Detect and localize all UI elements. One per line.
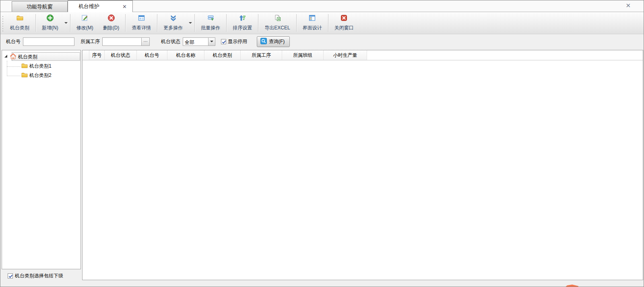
combobox-value: 全部 [183, 38, 208, 45]
close-window-icon [340, 14, 348, 23]
column-header-process[interactable]: 所属工序 [241, 50, 282, 60]
export-excel-icon [274, 14, 281, 23]
column-header-seq[interactable]: 序号 [89, 50, 105, 60]
tree-node-root[interactable]: 机台类别 [4, 53, 37, 61]
include-sublevel-label: 机台类别选择包括下级 [15, 273, 63, 279]
column-header-status[interactable]: 机台状态 [105, 50, 137, 60]
column-header-machine-no[interactable]: 机台号 [137, 50, 167, 60]
bottom-right-artifact [565, 285, 578, 287]
chevron-down-icon [210, 41, 213, 42]
button-label: 删除(D) [103, 25, 120, 31]
add-button[interactable]: 新增(N) [37, 12, 63, 34]
toolbar-separator [35, 14, 36, 32]
process-lookup-button[interactable]: … [141, 38, 149, 45]
button-label: 排序设置 [233, 25, 252, 31]
machine-status-combobox[interactable]: 全部 [183, 37, 215, 46]
tree-connector-line [7, 76, 21, 76]
button-label: 界面设计 [303, 25, 322, 31]
toolbar-separator [226, 14, 227, 32]
tree-node-label: 机台类别 [18, 54, 37, 60]
batch-operations-button[interactable]: 批量操作 [196, 12, 225, 34]
expand-collapse-icon[interactable] [4, 54, 8, 60]
toolbar-grip[interactable] [2, 14, 4, 31]
home-icon [10, 53, 17, 61]
machine-no-input[interactable] [23, 37, 74, 46]
tree-connector-line [7, 61, 7, 76]
show-disabled-checkbox[interactable]: 显示停用 [221, 38, 247, 45]
include-sublevel-checkbox[interactable]: 机台类别选择包括下级 [8, 273, 63, 279]
toolbar-separator [194, 14, 195, 32]
button-label: 批量操作 [201, 25, 220, 31]
process-label: 所属工序 [80, 38, 100, 45]
view-details-button[interactable]: 查看详情 [127, 12, 156, 34]
column-header-name[interactable]: 机台名称 [167, 50, 204, 60]
folder-icon [16, 14, 24, 23]
button-label: 关闭窗口 [334, 25, 354, 31]
button-label: 导出EXCEL [264, 25, 290, 31]
add-dropdown-arrow-icon[interactable] [63, 12, 69, 34]
more-actions-dropdown-arrow-icon[interactable] [188, 12, 193, 34]
app-window: 功能导航窗 机台维护 ✕ ✕ 机台类别 新增(N) [0, 0, 644, 287]
toolbar: 机台类别 新增(N) 修改(M) 删除(D) [0, 12, 644, 34]
folder-icon [21, 72, 28, 79]
sort-settings-button[interactable]: 排序设置 [228, 12, 257, 34]
ui-design-button[interactable]: 界面设计 [298, 12, 327, 34]
show-disabled-label: 显示停用 [228, 38, 247, 45]
toolbar-separator [296, 14, 297, 32]
process-input[interactable] [103, 38, 141, 45]
edit-icon [81, 14, 89, 23]
button-label: 查看详情 [132, 25, 151, 31]
tab-label: 功能导航窗 [27, 3, 53, 10]
view-details-icon [138, 14, 145, 23]
tab-machine-maintenance[interactable]: 机台维护 ✕ [68, 0, 133, 12]
machine-status-label: 机台状态 [161, 38, 180, 45]
machine-category-tree-panel: 机台类别 机台类别1 机台类别2 [2, 50, 81, 269]
toolbar-separator [125, 14, 126, 32]
combobox-dropdown-button[interactable] [208, 38, 215, 45]
delete-icon [107, 14, 115, 23]
grid-header-row: 序号 机台状态 机台号 机台名称 机台类别 所属工序 所属班组 小时生产量 [83, 50, 643, 60]
tab-bar: 功能导航窗 机台维护 ✕ [0, 0, 644, 12]
machine-no-label: 机台号 [6, 38, 21, 45]
folder-icon [21, 63, 28, 70]
query-button-label: 查询(F) [269, 38, 285, 45]
query-button[interactable]: 查询(F) [257, 36, 290, 47]
column-header-team[interactable]: 所属班组 [282, 50, 324, 60]
sort-settings-icon [239, 14, 246, 23]
export-excel-button[interactable]: 导出EXCEL [260, 12, 295, 34]
machine-category-button[interactable]: 机台类别 [5, 12, 34, 34]
toolbar-separator [70, 14, 70, 32]
tree-node-category-2[interactable]: 机台类别2 [21, 71, 52, 79]
grid-body-empty[interactable] [83, 60, 643, 280]
process-lookup-field: … [102, 37, 150, 46]
tab-function-navigation[interactable]: 功能导航窗 [12, 1, 68, 12]
tree-node-label: 机台类别1 [29, 63, 52, 70]
toolbar-separator [157, 14, 157, 32]
column-header-category[interactable]: 机台类别 [204, 50, 241, 60]
row-indicator-header [83, 50, 89, 60]
column-header-hourly-output[interactable]: 小时生产量 [324, 50, 367, 60]
tab-label: 机台维护 [78, 3, 99, 10]
tree-connector-line [7, 66, 21, 67]
delete-button[interactable]: 删除(D) [98, 12, 124, 34]
tree-node-label: 机台类别2 [29, 72, 52, 79]
tab-close-icon[interactable]: ✕ [121, 4, 128, 10]
modify-button[interactable]: 修改(M) [72, 12, 98, 34]
button-label: 机台类别 [10, 25, 29, 31]
toolbar-separator [328, 14, 328, 32]
more-actions-icon [169, 14, 177, 23]
more-actions-button[interactable]: 更多操作 [159, 12, 188, 34]
add-icon [46, 14, 54, 23]
checkbox-icon [8, 273, 13, 279]
toolbar-separator [258, 14, 258, 32]
close-window-button[interactable]: 关闭窗口 [330, 12, 359, 34]
batch-operations-icon [207, 14, 215, 23]
window-close-icon[interactable]: ✕ [624, 2, 632, 9]
button-label: 修改(M) [76, 25, 93, 31]
ui-design-icon [308, 14, 316, 23]
button-label: 更多操作 [163, 25, 183, 31]
search-icon [260, 38, 267, 45]
machine-grid-panel: 序号 机台状态 机台号 机台名称 机台类别 所属工序 所属班组 小时生产量 [82, 50, 643, 280]
tree-node-category-1[interactable]: 机台类别1 [21, 62, 52, 70]
filter-bar: 机台号 所属工序 … 机台状态 全部 显示停用 查询(F) [0, 34, 644, 49]
